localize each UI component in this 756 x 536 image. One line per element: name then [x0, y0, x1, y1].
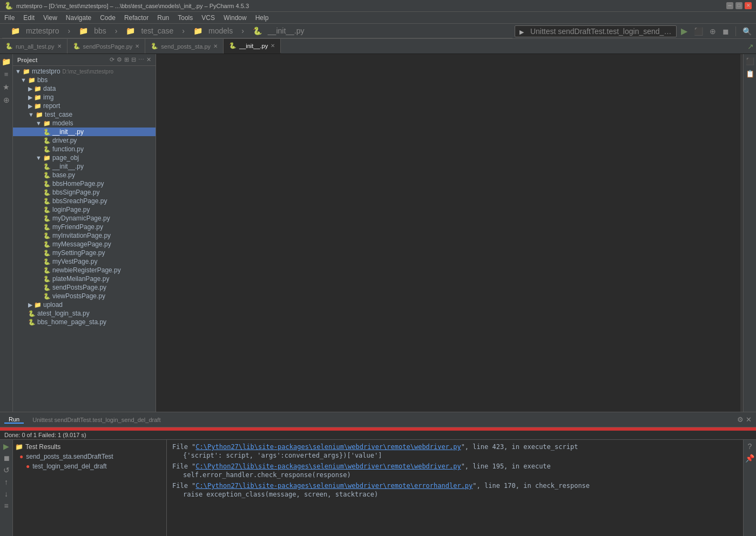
breadcrumb-test_case[interactable]: 📁 test_case [122, 24, 178, 37]
tree-item-mydynamicpage[interactable]: 🐍 myDynamicPage.py [13, 214, 156, 223]
tab-close-button[interactable]: ✕ [213, 43, 218, 49]
menu-tools[interactable]: Tools [173, 12, 197, 24]
tab-run-all-test[interactable]: 🐍 run_all_test.py ✕ [0, 39, 68, 53]
error-file-link-3[interactable]: C:\Python27\lib\site-packages\selenium\w… [195, 482, 473, 490]
tree-item-bbssignpage[interactable]: 🐍 bbsSignPage.py [13, 188, 156, 197]
sync-icon[interactable]: ⟳ [110, 56, 114, 63]
tab-send-posts-sta[interactable]: 🐍 send_posts_sta.py ✕ [145, 39, 224, 53]
error-file-link-1[interactable]: C:\Python27\lib\site-packages\selenium\w… [195, 443, 461, 451]
maximize-button[interactable]: □ [735, 2, 742, 9]
tab-init-py[interactable]: 🐍 __init__.py ✕ [224, 39, 281, 53]
expand-editor-icon[interactable]: ↗ [747, 42, 754, 51]
close-button[interactable]: ✕ [745, 2, 752, 9]
tree-item-report[interactable]: ▶ 📁 report [13, 102, 156, 110]
debug-button[interactable]: ⬛ [692, 26, 705, 37]
tree-item-mysettingpage[interactable]: 🐍 mySettingPage.py [13, 249, 156, 257]
run-tab-run[interactable]: Run [4, 416, 24, 424]
test-result-login-send-del[interactable]: ● test_login_send_del_draft [13, 461, 166, 471]
breadcrumb-init[interactable]: 🐍 __init__.py [248, 24, 309, 37]
tree-item-bbssreachpage[interactable]: 🐍 bbsSreachPage.py [13, 197, 156, 205]
tree-item-bbshomepage[interactable]: 🐍 bbsHomePage.py [13, 179, 156, 188]
menu-vcs[interactable]: VCS [197, 12, 219, 24]
tree-item-bbs[interactable]: ▼ 📁 bbs [13, 76, 156, 84]
tree-item-function[interactable]: 🐍 function.py [13, 145, 156, 153]
coverage-button[interactable]: ⊕ [707, 26, 718, 37]
menu-file[interactable]: File [0, 12, 19, 24]
help-icon[interactable]: ? [748, 442, 752, 451]
test-config-dropdown[interactable]: ▶ Unittest sendDraftTest.test_login_send… [515, 25, 677, 37]
stop-button[interactable]: ◼ [720, 26, 731, 37]
expand-icon[interactable]: ⊞ [124, 56, 129, 63]
event-log-icon[interactable]: 📋 [745, 69, 755, 79]
rerun-button[interactable]: ↺ [3, 466, 10, 474]
hide-icon[interactable]: ✕ [146, 56, 151, 63]
run-button[interactable]: ▶ [679, 25, 690, 37]
breadcrumb-bbs[interactable]: 📁 bbs [75, 24, 111, 37]
run-tab-unittest[interactable]: Unittest sendDraftTest.test_login_send_d… [28, 417, 165, 423]
minimize-button[interactable]: ─ [726, 2, 733, 9]
tree-item-myvestpage[interactable]: 🐍 myVestPage.py [13, 257, 156, 266]
breadcrumb-mztestpro[interactable]: 📁 mztestpro [6, 24, 63, 37]
tab-close-button[interactable]: ✕ [57, 43, 62, 49]
tab-close-button[interactable]: ✕ [135, 43, 139, 49]
gear-icon[interactable]: ⋯ [138, 56, 144, 63]
menu-view[interactable]: View [39, 12, 62, 24]
project-icon[interactable]: 📁 [1, 56, 12, 67]
tree-item-test-case[interactable]: ▼ 📁 test_case [13, 110, 156, 119]
tree-item-myinvitationpage[interactable]: 🐍 myInvitationPage.py [13, 231, 156, 240]
favorites-icon[interactable]: ★ [2, 82, 11, 92]
tab-close-button[interactable]: ✕ [271, 43, 275, 49]
tree-item-viewpostspage[interactable]: 🐍 viewPostsPage.py [13, 292, 156, 300]
structure-icon[interactable]: ≡ [3, 69, 10, 79]
tree-item-atest-login[interactable]: 🐍 atest_login_sta.py [13, 309, 156, 318]
tab-send-posts-page[interactable]: 🐍 sendPostsPage.py ✕ [68, 39, 146, 53]
editor-right-scrollbar[interactable] [740, 54, 743, 412]
settings-icon[interactable]: ⚙ [737, 416, 744, 424]
tree-item-img[interactable]: ▶ 📁 img [13, 93, 156, 102]
pin-icon[interactable]: 📌 [745, 454, 754, 463]
menu-refactor[interactable]: Refactor [120, 12, 153, 24]
tree-item-mztestpro[interactable]: ▼ 📁 mztestpro D:\mz_test\mztestpro [13, 67, 156, 76]
tree-item-page-obj[interactable]: ▼ 📁 page_obj [13, 153, 156, 162]
test-result-send-posts[interactable]: ● send_posts_sta.sendDraftTest [13, 452, 166, 461]
tree-node-label: test_case [45, 111, 72, 118]
expand-icon: ▶ [28, 94, 32, 101]
collapse-icon[interactable]: ⊟ [131, 56, 136, 63]
tree-item-base[interactable]: 🐍 base.py [13, 171, 156, 179]
editor-area[interactable] [156, 54, 743, 412]
stop-button-small[interactable]: ⏹ [3, 454, 10, 463]
menu-help[interactable]: Help [251, 12, 273, 24]
menu-window[interactable]: Window [219, 12, 251, 24]
tree-item-upload[interactable]: ▶ 📁 upload [13, 300, 156, 309]
tree-item-page-obj-init[interactable]: 🐍 __init__.py [13, 162, 156, 171]
scroll-up-icon[interactable]: ↑ [4, 478, 8, 486]
tree-item-myfriendpage[interactable]: 🐍 myFriendPage.py [13, 223, 156, 231]
breadcrumb-models[interactable]: 📁 models [189, 24, 237, 37]
folder-icon: 📁 [36, 111, 43, 118]
tree-item-loginpage[interactable]: 🐍 loginPage.py [13, 205, 156, 214]
tree-item-init-py[interactable]: 🐍 __init__.py [13, 128, 156, 136]
settings-icon[interactable]: ⚙ [117, 56, 122, 63]
tree-view-icon[interactable]: ≡ [4, 501, 8, 510]
changes-icon[interactable]: ⊕ [2, 95, 11, 105]
editor-content[interactable] [156, 54, 743, 412]
terminal-icon[interactable]: ⬛ [745, 56, 755, 66]
tree-item-bbs-home-page[interactable]: 🐍 bbs_home_page_sta.py [13, 318, 156, 326]
tree-item-models[interactable]: ▼ 📁 models [13, 119, 156, 128]
scroll-down-icon[interactable]: ↓ [4, 490, 8, 498]
menu-navigate[interactable]: Navigate [62, 12, 96, 24]
error-file-link-2[interactable]: C:\Python27\lib\site-packages\selenium\w… [195, 463, 461, 470]
py-file-icon: 🐍 [43, 215, 51, 222]
menu-edit[interactable]: Edit [19, 12, 39, 24]
menu-run[interactable]: Run [153, 12, 173, 24]
tree-item-data[interactable]: ▶ 📁 data [13, 84, 156, 93]
search-everywhere-icon[interactable]: 🔍 [740, 26, 754, 37]
tree-item-newbieregisterpage[interactable]: 🐍 newbieRegisterPage.py [13, 266, 156, 274]
menu-code[interactable]: Code [96, 12, 120, 24]
run-button-small[interactable]: ▶ [3, 442, 9, 451]
tree-item-sendpostspage[interactable]: 🐍 sendPostsPage.py [13, 283, 156, 292]
close-panel-icon[interactable]: ✕ [746, 416, 752, 424]
tree-item-driver[interactable]: 🐍 driver.py [13, 136, 156, 145]
tree-item-mymessagepage[interactable]: 🐍 myMessagePage.py [13, 240, 156, 249]
tree-item-platemeilanpage[interactable]: 🐍 plateMeilanPage.py [13, 274, 156, 283]
